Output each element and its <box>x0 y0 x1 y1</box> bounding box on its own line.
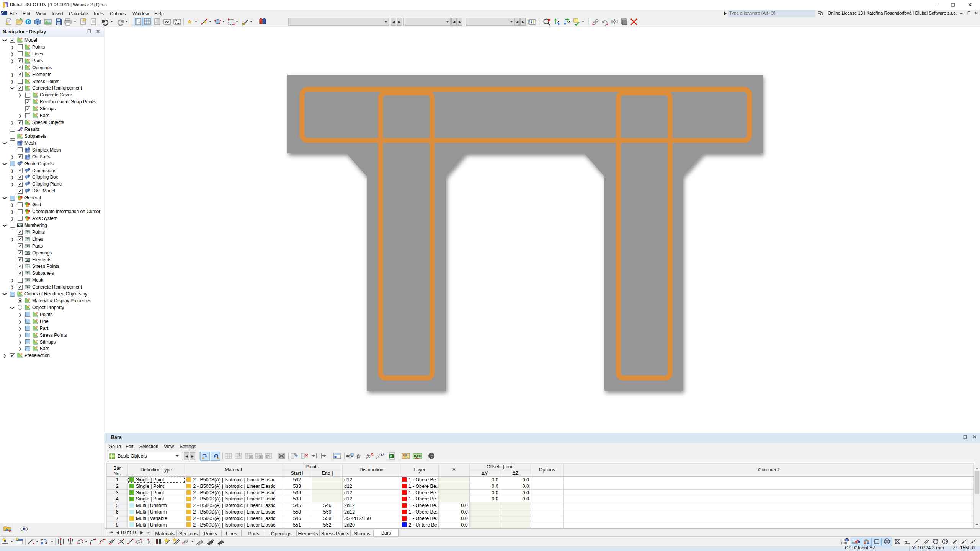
svg-text:123: 123 <box>18 224 22 227</box>
svg-text:?: ? <box>430 453 433 459</box>
svg-text:>sc: >sc <box>175 22 180 25</box>
svg-text:>>_: >>_ <box>165 20 171 24</box>
svg-text:D: D <box>27 20 30 24</box>
svg-text:123: 123 <box>25 272 30 275</box>
svg-text:123: 123 <box>25 231 30 234</box>
svg-text:ab: ab <box>346 453 351 458</box>
svg-text:123: 123 <box>25 265 30 268</box>
svg-text:x: x <box>4 540 6 542</box>
svg-text:123: 123 <box>25 245 30 248</box>
svg-text:123: 123 <box>25 286 30 289</box>
svg-text:123: 123 <box>25 259 30 261</box>
svg-text:x: x <box>557 20 559 23</box>
svg-text:123: 123 <box>25 252 30 254</box>
svg-text:fx: fx <box>357 453 361 459</box>
svg-text:0,00: 0,00 <box>414 454 421 458</box>
svg-text:123: 123 <box>25 279 30 282</box>
svg-text:6: 6 <box>45 541 47 545</box>
svg-text:X: X <box>390 454 392 458</box>
svg-text:123: 123 <box>25 238 30 241</box>
svg-text:2: 2 <box>41 538 43 542</box>
svg-text:fx: fx <box>376 453 380 459</box>
svg-text:-x: -x <box>567 20 570 23</box>
svg-text:fx: fx <box>366 453 370 459</box>
